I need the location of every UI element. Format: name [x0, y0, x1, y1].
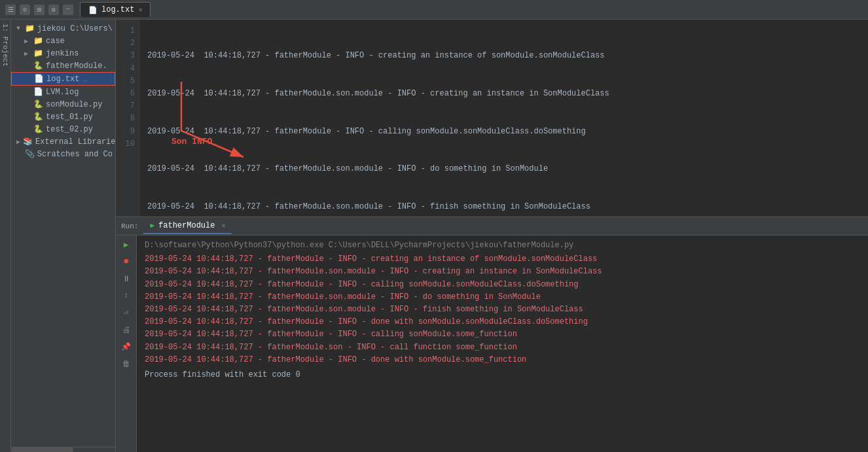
run-log-line-8: 2019-05-24 10:44:18,727 - fatherModule.s…	[145, 341, 860, 354]
run-log-line-7: 2019-05-24 10:44:18,727 - fatherModule -…	[145, 328, 860, 341]
tree-label: sonModule.py	[46, 100, 102, 109]
run-log-line-9: 2019-05-24 10:44:18,727 - fatherModule -…	[145, 354, 860, 366]
run-content: ▶ ■ ⏸ ↕ ⏎ 🖨 📌 🗑 D:\software\Python\Pytho…	[116, 235, 868, 452]
run-scroll-btn[interactable]: ↕	[120, 289, 133, 302]
title-bar-icons: ☰ ⊙ ⊞ ⚙ −	[5, 5, 73, 15]
py-icon: 🐍	[33, 99, 43, 109]
line-numbers: 1 2 3 4 5 6 7 8 9 10	[116, 20, 139, 217]
tree-label: External Libraries	[35, 137, 115, 147]
tree-label: case	[46, 37, 65, 46]
icon-grid[interactable]: ⊞	[34, 5, 45, 15]
arrow-icon: ▶	[24, 50, 31, 58]
editor-content[interactable]: 1 2 3 4 5 6 7 8 9 10 2019-05-24 10:44:18…	[116, 20, 868, 217]
lib-icon: 📚	[23, 137, 33, 147]
py-icon: 🐍	[33, 61, 43, 71]
icon-minimize[interactable]: −	[63, 5, 73, 15]
main-area: 1: Project ▼ 📁 jiekou C:\Users\ ▶ 📁 case…	[0, 20, 868, 452]
code-line-1: 2019-05-24 10:44:18,727 - fatherModule -…	[147, 50, 860, 62]
indicator: _	[83, 75, 87, 82]
py-icon: 🐍	[33, 124, 43, 134]
file-tree: ▼ 📁 jiekou C:\Users\ ▶ 📁 case ▶ 📁 jenkin…	[11, 20, 115, 447]
sidebar-item-fathermodule[interactable]: ▶ 🐍 fatherModule.	[11, 60, 115, 72]
run-clear-btn[interactable]: 🗑	[120, 357, 133, 370]
run-print-btn[interactable]: 🖨	[120, 323, 133, 336]
code-line-4: 2019-05-24 10:44:18,727 - fatherModule.s…	[147, 163, 860, 175]
run-tab-label: fatherModule	[158, 221, 215, 230]
tree-label: fatherModule.	[46, 61, 107, 71]
run-toolbar: ▶ ■ ⏸ ↕ ⏎ 🖨 📌 🗑	[116, 235, 137, 452]
code-line-5: 2019-05-24 10:44:18,727 - fatherModule.s…	[147, 201, 860, 213]
run-log-line-2: 2019-05-24 10:44:18,727 - fatherModule.s…	[145, 266, 860, 278]
run-output: D:\software\Python\Python37\python.exe C…	[137, 235, 868, 452]
icon-circle[interactable]: ⊙	[20, 5, 30, 15]
arrow-icon: ▶	[16, 138, 20, 146]
sidebar-item-sonmodule[interactable]: ▶ 🐍 sonModule.py	[11, 98, 115, 111]
icon-menu[interactable]: ☰	[5, 5, 16, 15]
run-pause-btn[interactable]: ⏸	[120, 272, 133, 285]
run-pin-btn[interactable]: 📌	[120, 340, 133, 353]
tree-label: jiekou C:\Users\	[37, 24, 113, 33]
run-log-line-4: 2019-05-24 10:44:18,727 - fatherModule.s…	[145, 291, 860, 304]
folder-icon: 📁	[33, 36, 43, 46]
arrow-icon: ▼	[16, 25, 22, 32]
run-tab-close[interactable]: ✕	[221, 222, 225, 230]
tree-label: test_01.py	[46, 113, 93, 122]
tab-label: log.txt	[101, 5, 134, 14]
sidebar-item-lvm-log[interactable]: ▶ 📄 LVM.log	[11, 86, 115, 98]
folder-icon: 📁	[33, 48, 43, 58]
tree-label: log.txt	[46, 75, 79, 84]
sidebar-item-jiekou[interactable]: ▼ 📁 jiekou C:\Users\	[11, 22, 115, 35]
cmd-line: D:\software\Python\Python37\python.exe C…	[145, 239, 860, 252]
tree-label: jenkins	[46, 49, 79, 58]
run-tab-fathermodule[interactable]: ▶ fatherModule ✕	[143, 218, 232, 234]
code-line-3: 2019-05-24 10:44:18,727 - fatherModule -…	[147, 126, 860, 138]
py-icon: 🐍	[33, 112, 43, 122]
tree-label: LVM.log	[46, 88, 79, 97]
sidebar-item-jenkins[interactable]: ▶ 📁 jenkins	[11, 47, 115, 60]
project-sidebar: ▼ 📁 jiekou C:\Users\ ▶ 📁 case ▶ 📁 jenkin…	[11, 20, 116, 452]
tab-icon: 📄	[88, 6, 98, 14]
run-panel: Run: ▶ fatherModule ✕ ▶ ■ ⏸ ↕ ⏎ 🖨 📌 🗑	[116, 217, 868, 452]
txt-icon: 📄	[34, 74, 44, 84]
process-finished: Process finished with exit code 0	[145, 369, 860, 381]
log-icon: 📄	[33, 87, 43, 97]
sidebar-item-scratches[interactable]: ▶ 📎 Scratches and Co	[11, 148, 115, 160]
sidebar-item-case[interactable]: ▶ 📁 case	[11, 35, 115, 47]
project-panel-label[interactable]: 1: Project	[0, 20, 11, 452]
run-play-btn[interactable]: ▶	[120, 238, 133, 251]
run-log-line-1: 2019-05-24 10:44:18,727 - fatherModule -…	[145, 253, 860, 266]
folder-icon: 📁	[25, 24, 35, 33]
run-wrap-btn[interactable]: ⏎	[120, 306, 133, 319]
tab-bar: 📄 log.txt ✕	[80, 2, 863, 17]
sidebar-item-test01[interactable]: ▶ 🐍 test_01.py	[11, 111, 115, 123]
tree-label: Scratches and Co	[37, 150, 113, 159]
arrow-icon: ▶	[24, 37, 31, 45]
tree-label: test_02.py	[46, 125, 93, 134]
run-icon: ▶	[150, 221, 154, 230]
run-label: Run:	[121, 222, 138, 230]
title-bar: ☰ ⊙ ⊞ ⚙ − 📄 log.txt ✕	[0, 0, 868, 20]
tab-close-icon[interactable]: ✕	[138, 6, 142, 14]
code-content[interactable]: 2019-05-24 10:44:18,727 - fatherModule -…	[139, 20, 868, 217]
run-log-line-5: 2019-05-24 10:44:18,727 - fatherModule.s…	[145, 304, 860, 316]
code-line-2: 2019-05-24 10:44:18,727 - fatherModule.s…	[147, 88, 860, 100]
sidebar-item-log-txt[interactable]: ▶ 📄 log.txt _	[11, 72, 115, 86]
icon-settings[interactable]: ⚙	[48, 5, 59, 15]
editor-area: 1 2 3 4 5 6 7 8 9 10 2019-05-24 10:44:18…	[116, 20, 868, 217]
sidebar-item-external-libs[interactable]: ▶ 📚 External Libraries	[11, 135, 115, 148]
scratch-icon: 📎	[25, 149, 35, 159]
sidebar-item-test02[interactable]: ▶ 🐍 test_02.py	[11, 123, 115, 135]
run-log-line-6: 2019-05-24 10:44:18,727 - fatherModule -…	[145, 316, 860, 328]
run-stop-btn[interactable]: ■	[120, 255, 133, 268]
run-log-line-3: 2019-05-24 10:44:18,727 - fatherModule -…	[145, 279, 860, 291]
run-tabs: Run: ▶ fatherModule ✕	[116, 217, 868, 235]
tab-log-txt[interactable]: 📄 log.txt ✕	[80, 2, 151, 17]
